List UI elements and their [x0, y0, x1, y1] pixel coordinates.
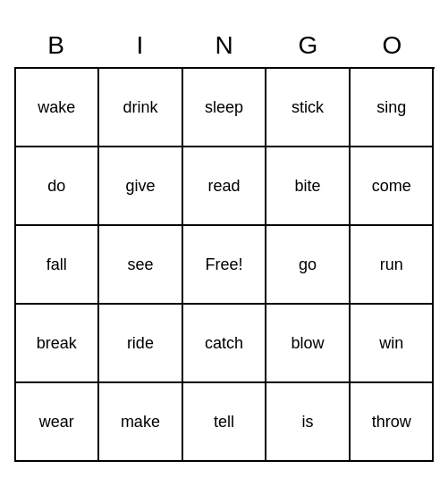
- cell-3-4[interactable]: go: [266, 226, 351, 305]
- cell-5-2[interactable]: make: [99, 383, 183, 462]
- cell-4-5[interactable]: win: [351, 305, 435, 383]
- cell-5-5[interactable]: throw: [351, 383, 435, 462]
- grid-row-4: break ride catch blow win: [16, 305, 435, 383]
- cell-4-3[interactable]: catch: [183, 305, 267, 383]
- bingo-grid: wake drink sleep stick sing do give read…: [14, 67, 435, 462]
- grid-row-5: wear make tell is throw: [16, 383, 435, 462]
- header-o: O: [351, 24, 435, 67]
- cell-1-4[interactable]: stick: [266, 69, 351, 147]
- header-n: N: [182, 24, 266, 67]
- cell-1-3[interactable]: sleep: [183, 69, 267, 147]
- cell-3-3-free[interactable]: Free!: [183, 226, 267, 305]
- grid-row-1: wake drink sleep stick sing: [16, 69, 435, 147]
- cell-5-4[interactable]: is: [266, 383, 351, 462]
- cell-3-2[interactable]: see: [99, 226, 183, 305]
- cell-3-1[interactable]: fall: [16, 226, 100, 305]
- bingo-card: B I N G O wake drink sleep stick sing do…: [14, 24, 435, 462]
- cell-5-1[interactable]: wear: [16, 383, 100, 462]
- grid-row-2: do give read bite come: [16, 147, 435, 226]
- header-i: I: [98, 24, 182, 67]
- cell-4-4[interactable]: blow: [266, 305, 351, 383]
- grid-row-3: fall see Free! go run: [16, 226, 435, 305]
- cell-1-1[interactable]: wake: [16, 69, 100, 147]
- header-g: G: [266, 24, 351, 67]
- header-row: B I N G O: [14, 24, 435, 67]
- cell-2-4[interactable]: bite: [266, 147, 351, 226]
- cell-1-5[interactable]: sing: [351, 69, 435, 147]
- cell-2-2[interactable]: give: [99, 147, 183, 226]
- cell-2-5[interactable]: come: [351, 147, 435, 226]
- cell-3-5[interactable]: run: [351, 226, 435, 305]
- cell-2-3[interactable]: read: [183, 147, 267, 226]
- cell-4-1[interactable]: break: [16, 305, 100, 383]
- cell-2-1[interactable]: do: [16, 147, 100, 226]
- cell-5-3[interactable]: tell: [183, 383, 267, 462]
- header-b: B: [14, 24, 98, 67]
- cell-4-2[interactable]: ride: [99, 305, 183, 383]
- cell-1-2[interactable]: drink: [99, 69, 183, 147]
